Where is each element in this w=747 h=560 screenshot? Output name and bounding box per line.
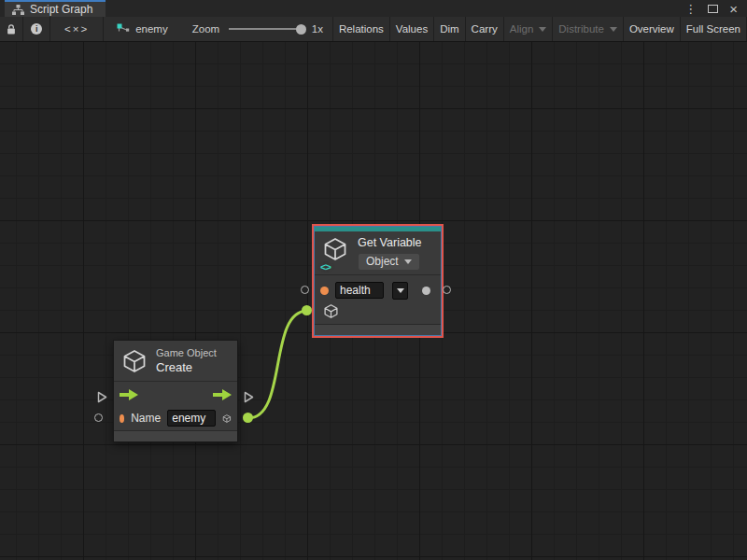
align-button[interactable]: Align [504, 17, 554, 41]
breadcrumb-graph[interactable]: enemy [117, 17, 168, 41]
chevron-down-icon [397, 288, 404, 293]
node-footer[interactable] [114, 430, 237, 441]
node-selection-border: <> Get Variable Object [314, 226, 442, 336]
variable-scope-dropdown[interactable]: Object [358, 253, 420, 271]
zoom-slider-track [229, 28, 304, 30]
name-input-port-dot[interactable] [120, 414, 124, 423]
lock-button[interactable] [0, 17, 23, 41]
variable-picker-dropdown[interactable] [392, 282, 408, 300]
object-input-port-icon[interactable] [323, 303, 339, 319]
info-button[interactable]: i [23, 17, 50, 41]
control-input-arrow-icon[interactable] [120, 389, 138, 400]
zoom-value: 1x [312, 17, 323, 41]
graph-canvas[interactable]: Game Object Create Name [0, 42, 747, 560]
info-icon: i [31, 23, 42, 35]
zoom-slider-handle[interactable] [296, 24, 306, 35]
variable-name-port-dot[interactable] [320, 287, 329, 295]
value-output-port[interactable] [443, 286, 451, 294]
graph-tab-icon [12, 5, 24, 15]
chevron-down-icon [610, 27, 617, 32]
node-category: Game Object [156, 347, 217, 358]
variable-name-input-port[interactable] [301, 286, 309, 294]
game-object-output-port-connected[interactable] [243, 413, 253, 423]
lock-icon [6, 23, 17, 35]
name-input-port[interactable] [94, 413, 103, 422]
overview-button[interactable]: Overview [624, 17, 681, 41]
breadcrumb-label: enemy [135, 23, 168, 35]
carry-button[interactable]: Carry [466, 17, 504, 41]
node-title: Create [156, 360, 217, 374]
control-output-arrow-icon[interactable] [213, 389, 232, 400]
object-input-port-connected[interactable] [302, 305, 312, 315]
distribute-button[interactable]: Distribute [553, 17, 624, 41]
full-screen-button[interactable]: Full Screen [681, 17, 747, 41]
node-get-variable[interactable]: <> Get Variable Object [312, 224, 444, 338]
chevron-down-icon [404, 259, 412, 264]
node-footer[interactable] [315, 324, 441, 335]
zoom-label: Zoom [192, 17, 219, 41]
graph-toolbar: i <×> enemy Zoom 1x Relations Values Dim… [0, 17, 747, 42]
tab-script-graph[interactable]: Script Graph [5, 0, 106, 17]
zoom-slider[interactable] [229, 17, 304, 41]
graph-breadcrumb-icon [117, 23, 130, 35]
variable-name-input[interactable] [335, 282, 384, 299]
node-header: <> Get Variable Object [315, 231, 441, 274]
chevron-down-icon [539, 27, 546, 32]
relations-button[interactable]: Relations [332, 17, 390, 41]
window-maximize-icon[interactable] [708, 5, 718, 13]
tab-bar: Script Graph ⋮ × [0, 0, 747, 17]
control-input-port[interactable] [97, 391, 107, 403]
name-port-label: Name [131, 412, 161, 425]
node-header: Game Object Create [114, 341, 237, 382]
value-output-port-dot[interactable] [422, 287, 430, 295]
window-menu-icon[interactable]: ⋮ [684, 3, 697, 15]
control-output-port[interactable] [244, 391, 254, 403]
tab-title: Script Graph [30, 3, 92, 16]
code-brackets-icon: <> [320, 261, 331, 273]
edit-source-button[interactable]: <×> [50, 17, 104, 41]
window-close-icon[interactable]: × [729, 2, 738, 16]
name-value-input[interactable] [167, 410, 216, 427]
node-title: Get Variable [358, 236, 422, 249]
dim-button[interactable]: Dim [434, 17, 465, 41]
variable-cube-icon [322, 236, 348, 262]
game-object-output-port-icon[interactable] [222, 411, 232, 427]
values-button[interactable]: Values [390, 17, 434, 41]
node-create-game-object[interactable]: Game Object Create Name [113, 340, 238, 442]
game-object-cube-icon [121, 348, 148, 374]
